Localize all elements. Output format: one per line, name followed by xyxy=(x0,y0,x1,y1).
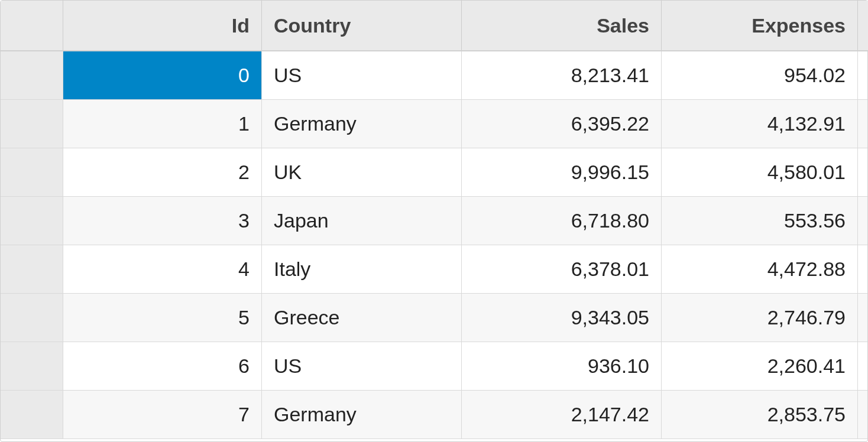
cell-expenses[interactable]: 553.56 xyxy=(662,197,858,245)
cell-country[interactable]: Italy xyxy=(262,245,462,293)
cell-country[interactable]: Germany xyxy=(262,391,462,438)
cell-trail xyxy=(858,294,867,342)
cell-expenses[interactable]: 4,580.01 xyxy=(662,148,858,196)
row-handle[interactable] xyxy=(1,245,63,293)
cell-country[interactable]: Japan xyxy=(262,197,462,245)
cell-id[interactable]: 5 xyxy=(63,294,262,342)
cell-expenses[interactable]: 954.02 xyxy=(662,51,858,99)
header-expenses[interactable]: Expenses xyxy=(662,1,858,50)
cell-sales[interactable]: 6,395.22 xyxy=(462,100,662,148)
header-trail xyxy=(858,1,868,50)
cell-trail xyxy=(858,148,867,196)
cell-trail xyxy=(858,391,867,438)
table-row: 4 Italy 6,378.01 4,472.88 xyxy=(1,245,867,294)
cell-id[interactable]: 1 xyxy=(63,100,262,148)
table-row: 0 US 8,213.41 954.02 xyxy=(1,51,867,100)
cell-sales[interactable]: 6,718.80 xyxy=(462,197,662,245)
header-country[interactable]: Country xyxy=(262,1,462,50)
cell-trail xyxy=(858,197,867,245)
cell-sales[interactable]: 8,213.41 xyxy=(462,51,662,99)
cell-expenses[interactable]: 2,746.79 xyxy=(662,294,858,342)
row-handle[interactable] xyxy=(1,391,63,438)
header-row: Id Country Sales Expenses xyxy=(1,1,867,51)
cell-trail xyxy=(858,245,867,293)
table-row: 1 Germany 6,395.22 4,132.91 xyxy=(1,100,867,148)
cell-country[interactable]: US xyxy=(262,51,462,99)
grid-body: 0 US 8,213.41 954.02 1 Germany 6,395.22 … xyxy=(1,51,867,441)
table-row: 3 Japan 6,718.80 553.56 xyxy=(1,197,867,245)
cell-country[interactable]: Germany xyxy=(262,100,462,148)
cell-id[interactable]: 3 xyxy=(63,197,262,245)
data-grid[interactable]: Id Country Sales Expenses 0 US 8,213.41 … xyxy=(0,0,868,442)
row-handle[interactable] xyxy=(1,197,63,245)
cell-country[interactable]: US xyxy=(262,342,462,390)
cell-country[interactable]: Greece xyxy=(262,294,462,342)
row-handle[interactable] xyxy=(1,342,63,390)
row-handle[interactable] xyxy=(1,100,63,148)
header-id[interactable]: Id xyxy=(63,1,262,50)
cell-sales[interactable]: 2,147.42 xyxy=(462,391,662,438)
cell-country[interactable]: UK xyxy=(262,148,462,196)
header-sales[interactable]: Sales xyxy=(462,1,662,50)
cell-id[interactable]: 7 xyxy=(63,391,262,438)
cell-expenses[interactable]: 2,260.41 xyxy=(662,342,858,390)
cell-id[interactable]: 0 xyxy=(63,51,262,99)
row-handle[interactable] xyxy=(1,51,63,99)
cell-trail xyxy=(858,100,867,148)
cell-expenses[interactable]: 2,853.75 xyxy=(662,391,858,438)
header-row-handle[interactable] xyxy=(1,1,63,50)
cell-sales[interactable]: 9,996.15 xyxy=(462,148,662,196)
row-handle[interactable] xyxy=(1,148,63,196)
cell-id[interactable]: 2 xyxy=(63,148,262,196)
cell-id[interactable]: 6 xyxy=(63,342,262,390)
cell-sales[interactable]: 9,343.05 xyxy=(462,294,662,342)
cell-expenses[interactable]: 4,132.91 xyxy=(662,100,858,148)
table-row: 7 Germany 2,147.42 2,853.75 xyxy=(1,391,867,439)
cell-expenses[interactable]: 4,472.88 xyxy=(662,245,858,293)
cell-sales[interactable]: 6,378.01 xyxy=(462,245,662,293)
cell-trail xyxy=(858,51,867,99)
cell-trail xyxy=(858,342,867,390)
row-handle[interactable] xyxy=(1,294,63,342)
table-row: 6 US 936.10 2,260.41 xyxy=(1,342,867,391)
cell-id[interactable]: 4 xyxy=(63,245,262,293)
table-row: 2 UK 9,996.15 4,580.01 xyxy=(1,148,867,197)
table-row: 5 Greece 9,343.05 2,746.79 xyxy=(1,294,867,342)
cell-sales[interactable]: 936.10 xyxy=(462,342,662,390)
